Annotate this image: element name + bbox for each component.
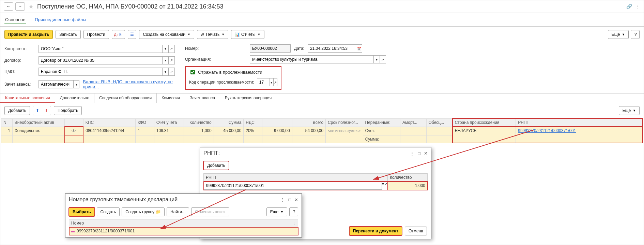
more-button[interactable]: Еще▼ — [608, 30, 629, 39]
section-tab-main[interactable]: Основное — [4, 16, 26, 24]
cmo-dropdown[interactable]: ▾ — [163, 68, 169, 76]
rnpt-transfer-button[interactable]: Перенести в документ — [349, 227, 402, 235]
gtd-popup-more-icon[interactable]: ⋮ — [280, 197, 285, 202]
nav-back-button[interactable]: ← — [4, 2, 13, 11]
cell-total[interactable]: 54 000,00 — [292, 127, 326, 135]
nav-forward-button[interactable]: → — [15, 2, 25, 11]
contract-open[interactable]: ↗ — [169, 56, 175, 64]
col-kps[interactable]: КПС — [83, 118, 135, 127]
tracking-code-dropdown[interactable]: ▾ — [270, 78, 274, 86]
rnpt-popup-max-icon[interactable]: □ — [418, 151, 420, 156]
tab-additional[interactable]: Дополнительно — [55, 93, 94, 103]
rnpt-add-button[interactable]: Добавить — [203, 161, 229, 170]
link-icon[interactable]: 🔗 — [626, 4, 632, 9]
row-down-button[interactable]: ⬇ — [43, 107, 50, 114]
contract-dropdown[interactable]: ▾ — [163, 56, 169, 64]
cell-qty[interactable]: 1,000 — [184, 127, 214, 135]
table-more-button[interactable]: Еще▼ — [619, 106, 640, 115]
col-country[interactable]: Страна происхождения — [453, 118, 516, 127]
cmo-open[interactable]: ↗ — [169, 68, 175, 76]
tab-advance[interactable]: Зачет аванса — [185, 93, 220, 103]
gtd-create-button[interactable]: Создать — [97, 207, 120, 216]
gtd-more-button[interactable]: Еще▼ — [266, 207, 287, 216]
print-button[interactable]: 🖨 Печать▼ — [197, 30, 228, 39]
save-button[interactable]: Записать — [56, 30, 80, 39]
list-button[interactable]: ☰ — [128, 30, 136, 39]
tab-accounting[interactable]: Бухгалтерская операция — [220, 93, 276, 103]
col-rnpt[interactable]: РНПТ — [516, 118, 643, 127]
dt-kt-button[interactable]: ДтКт — [112, 30, 125, 39]
cell-amort[interactable] — [400, 127, 426, 135]
org-open[interactable]: ↗ — [380, 55, 386, 63]
number-input[interactable] — [250, 44, 291, 53]
gtd-row[interactable]: ▬99992370/231121/0000371/001 — [69, 227, 298, 235]
rnpt-value-open[interactable]: ↗ — [384, 182, 387, 190]
rnpt-col-rnpt[interactable]: РНПТ — [204, 174, 388, 182]
rnpt-col-qty[interactable]: Количество — [388, 174, 428, 182]
gtd-select-button[interactable]: Выбрать — [69, 207, 95, 216]
advance-input[interactable] — [39, 80, 74, 88]
rnpt-popup-close-icon[interactable]: ✕ — [424, 151, 428, 156]
cell-vat[interactable]: 20% — [244, 127, 262, 135]
cell-rnpt[interactable]: 99992370/231121/0000371/001 — [516, 127, 643, 143]
cell-n[interactable]: 1 — [1, 127, 13, 135]
gtd-popup-close-icon[interactable]: ✕ — [294, 197, 298, 202]
org-dropdown[interactable]: ▾ — [374, 55, 380, 63]
col-kfo[interactable]: КФО — [135, 118, 154, 127]
cell-obesc[interactable] — [426, 127, 453, 135]
cell-vatsum[interactable]: 9 000,00 — [262, 127, 292, 135]
post-button[interactable]: Провести — [83, 30, 109, 39]
col-obesc[interactable]: Обесц... — [426, 118, 453, 127]
cell-country[interactable]: БЕЛАРУСЬ — [453, 127, 516, 143]
col-vat[interactable]: НДС — [244, 118, 262, 127]
gtd-col-number[interactable]: Номер↓ — [69, 219, 298, 227]
favorite-icon[interactable]: ★ — [28, 3, 34, 10]
gtd-find-button[interactable]: Найти... — [167, 207, 189, 216]
cell-kfo[interactable]: 1 — [135, 127, 154, 135]
col-sum[interactable]: Сумма — [214, 118, 244, 127]
col-amort[interactable]: Аморт... — [400, 118, 426, 127]
org-input[interactable] — [250, 55, 374, 63]
date-input[interactable] — [308, 44, 356, 53]
gtd-cancel-find-button[interactable]: Отменить поиск — [191, 207, 229, 216]
more-icon[interactable]: ⋮ — [635, 4, 640, 9]
table-add-button[interactable]: Добавить — [4, 106, 30, 115]
tab-capital[interactable]: Капитальные вложения — [0, 93, 55, 103]
rnpt-popup-more-icon[interactable]: ⋮ — [410, 151, 414, 156]
counterparty-open[interactable]: ↗ — [169, 45, 175, 53]
post-close-button[interactable]: Провести и закрыть — [4, 30, 53, 39]
date-picker[interactable]: 📅 — [356, 44, 362, 53]
col-n[interactable]: N — [1, 118, 13, 127]
advance-dropdown[interactable]: ▾ — [74, 80, 79, 88]
col-acct[interactable]: Счет учета — [154, 118, 184, 127]
contract-input[interactable] — [39, 56, 163, 64]
col-asset[interactable]: Внеоборотный актив — [12, 118, 64, 127]
counterparty-input[interactable] — [39, 45, 163, 53]
cell-kps[interactable]: 08041140355241244 — [83, 127, 135, 135]
cell-sum[interactable]: 45 000,00 — [214, 127, 244, 135]
cell-life[interactable]: <не используется> — [326, 127, 363, 143]
help-button[interactable]: ? — [631, 30, 640, 39]
tab-commission[interactable]: Комиссия — [157, 93, 185, 103]
col-qty[interactable]: Количество — [184, 118, 214, 127]
tracking-code-open[interactable]: ↗ — [274, 78, 277, 86]
cmo-input[interactable] — [39, 68, 163, 76]
rnpt-cancel-button[interactable]: Отмена — [405, 227, 427, 235]
tab-equipment[interactable]: Сведения об оборудовании — [94, 93, 157, 103]
row-up-button[interactable]: ⬆ — [34, 107, 41, 114]
reports-button[interactable]: 📊 Отчеты▼ — [231, 30, 264, 39]
tracking-checkbox[interactable] — [190, 70, 195, 74]
currency-link[interactable]: Валюта: RUB; НДС: не включен в сумму, не… — [83, 79, 175, 89]
table-pick-button[interactable]: Подобрать — [54, 106, 82, 115]
col-transferred[interactable]: Переданные: — [363, 118, 400, 127]
create-based-button[interactable]: Создать на основании▼ — [139, 30, 194, 39]
col-total[interactable]: Всего — [292, 118, 326, 127]
gtd-help-button[interactable]: ? — [289, 207, 298, 216]
section-tab-files[interactable]: Присоединенные файлы — [34, 16, 87, 24]
tracking-code-input[interactable] — [257, 78, 270, 86]
counterparty-dropdown[interactable]: ▾ — [163, 45, 169, 53]
cell-asset[interactable]: Холодильник — [12, 127, 64, 135]
cell-acct[interactable]: 106.31 — [154, 127, 184, 135]
col-life[interactable]: Срок полезног... — [326, 118, 363, 127]
cell-eye[interactable]: 👁 — [65, 127, 83, 135]
